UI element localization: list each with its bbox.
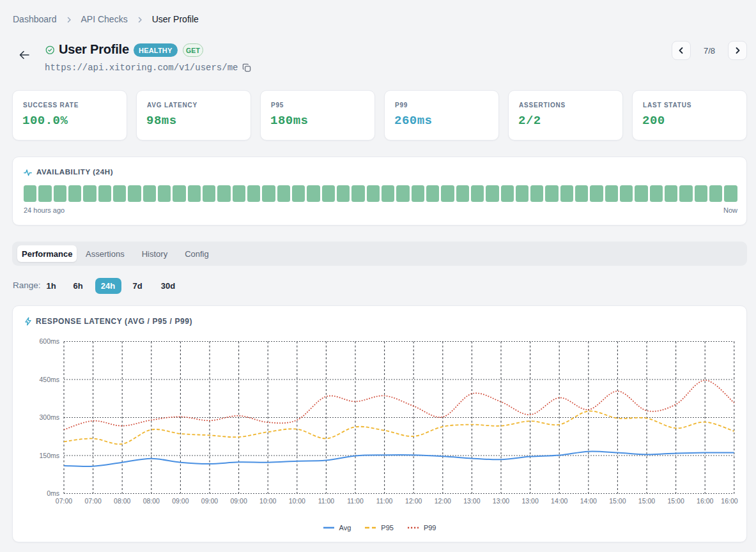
svg-text:15:00: 15:00 xyxy=(638,497,655,505)
svg-text:15:00: 15:00 xyxy=(609,497,626,505)
svg-text:08:00: 08:00 xyxy=(114,497,130,505)
svg-text:13:00: 13:00 xyxy=(463,497,480,505)
svg-text:07:00: 07:00 xyxy=(84,497,101,505)
svg-text:09:00: 09:00 xyxy=(172,497,189,505)
svg-text:11:00: 11:00 xyxy=(318,497,335,505)
svg-text:07:00: 07:00 xyxy=(56,497,72,505)
svg-text:08:00: 08:00 xyxy=(143,497,160,505)
svg-text:16:00: 16:00 xyxy=(721,497,737,505)
svg-text:12:00: 12:00 xyxy=(405,497,422,505)
svg-text:09:00: 09:00 xyxy=(230,497,247,505)
svg-text:450ms: 450ms xyxy=(39,376,59,383)
svg-text:10:00: 10:00 xyxy=(259,497,276,505)
svg-text:11:00: 11:00 xyxy=(347,497,364,505)
svg-text:13:00: 13:00 xyxy=(493,497,509,505)
svg-text:0ms: 0ms xyxy=(47,489,59,497)
svg-text:300ms: 300ms xyxy=(39,413,59,421)
svg-text:14:00: 14:00 xyxy=(580,497,597,505)
svg-text:15:00: 15:00 xyxy=(667,497,684,505)
svg-text:09:00: 09:00 xyxy=(201,497,218,505)
svg-text:10:00: 10:00 xyxy=(289,497,305,505)
svg-text:13:00: 13:00 xyxy=(521,497,538,505)
svg-text:16:00: 16:00 xyxy=(697,497,713,505)
svg-text:11:00: 11:00 xyxy=(376,497,393,505)
svg-text:150ms: 150ms xyxy=(39,452,59,459)
svg-text:12:00: 12:00 xyxy=(435,497,451,505)
svg-text:600ms: 600ms xyxy=(39,337,59,345)
svg-text:14:00: 14:00 xyxy=(551,497,567,505)
